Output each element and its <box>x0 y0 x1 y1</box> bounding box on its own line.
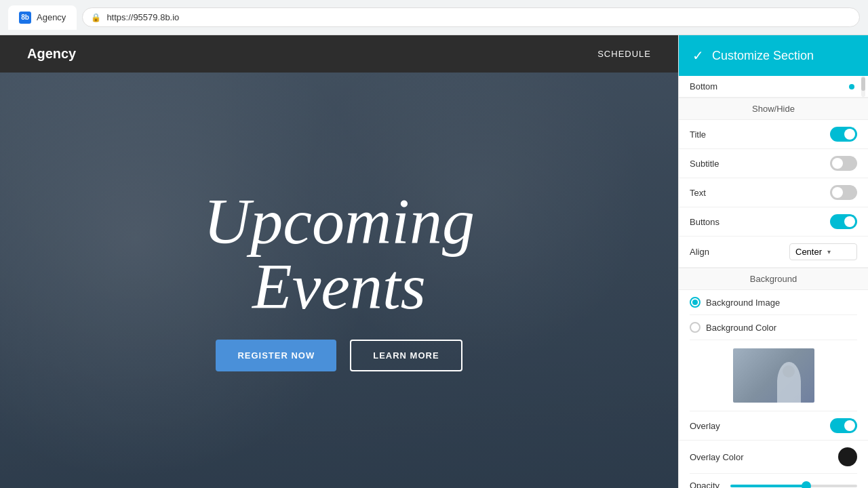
text-toggle[interactable] <box>830 185 857 200</box>
lock-icon: 🔒 <box>91 13 101 22</box>
scrollbar-thumb[interactable] <box>861 77 865 91</box>
text-toggle-row: Text <box>679 178 868 207</box>
background-divider: Background <box>679 268 868 290</box>
opacity-slider[interactable] <box>730 485 857 487</box>
panel-title: Customize Section <box>712 49 814 63</box>
bg-image-label: Background Image <box>706 298 780 308</box>
hero-buttons: REGISTER NOW LEARN MORE <box>203 340 475 371</box>
bg-color-radio[interactable] <box>690 322 701 333</box>
scroll-section: Bottom <box>679 76 868 98</box>
main-content: Agency SCHEDULE Upcoming Events REGISTER… <box>0 35 868 488</box>
scrollbar-track[interactable] <box>861 76 865 97</box>
opacity-label: Opacity <box>690 481 719 488</box>
title-toggle[interactable] <box>830 127 857 142</box>
bottom-label: Bottom <box>690 81 849 92</box>
browser-tab[interactable]: 8b Agency <box>8 5 77 30</box>
align-row: Align Center ▾ <box>679 237 868 268</box>
site-logo: Agency <box>27 46 76 62</box>
register-now-button[interactable]: REGISTER NOW <box>216 340 336 371</box>
bg-image-radio[interactable] <box>690 297 701 308</box>
url-text: https://95579.8b.io <box>106 12 179 22</box>
bg-color-label: Background Color <box>706 323 776 333</box>
hero-content: Upcoming Events REGISTER NOW LEARN MORE <box>176 162 502 399</box>
thumbnail-container[interactable] <box>690 340 857 411</box>
learn-more-button[interactable]: LEARN MORE <box>350 340 462 371</box>
bg-color-radio-row[interactable]: Background Color <box>690 315 857 340</box>
buttons-toggle-row: Buttons <box>679 207 868 237</box>
overlay-color-swatch[interactable] <box>838 447 857 466</box>
hero-title: Upcoming Events <box>203 189 475 319</box>
customize-panel: ✓ Customize Section Bottom Show/Hide Tit… <box>678 35 868 488</box>
subtitle-toggle-label: Subtitle <box>690 159 719 169</box>
overlay-toggle-row: Overlay <box>679 411 868 441</box>
thumbnail-figure <box>777 362 801 403</box>
overlay-color-row: Overlay Color <box>690 441 857 474</box>
align-value: Center <box>795 247 822 257</box>
overlay-toggle[interactable] <box>830 418 857 433</box>
hero-title-line2: Events <box>252 250 426 323</box>
hero-title-line1: Upcoming <box>203 185 475 258</box>
text-toggle-label: Text <box>690 188 706 198</box>
tab-favicon: 8b <box>19 12 31 24</box>
website-preview: Agency SCHEDULE Upcoming Events REGISTER… <box>0 35 678 488</box>
background-section: Background Image Background Color <box>679 290 868 411</box>
buttons-toggle-label: Buttons <box>690 217 719 227</box>
overlay-color-label: Overlay Color <box>690 452 743 462</box>
subtitle-toggle[interactable] <box>830 156 857 171</box>
show-hide-divider: Show/Hide <box>679 98 868 120</box>
title-toggle-row: Title <box>679 120 868 149</box>
site-nav-links: SCHEDULE <box>597 49 651 59</box>
overlay-toggle-label: Overlay <box>690 421 720 431</box>
hero-section: Upcoming Events REGISTER NOW LEARN MORE <box>0 73 678 488</box>
align-label: Align <box>690 247 709 257</box>
site-nav: Agency SCHEDULE <box>0 35 678 73</box>
nav-link-schedule[interactable]: SCHEDULE <box>597 49 651 59</box>
buttons-toggle[interactable] <box>830 214 857 229</box>
subtitle-toggle-row: Subtitle <box>679 149 868 178</box>
address-bar[interactable]: 🔒 https://95579.8b.io <box>82 7 860 27</box>
align-select[interactable]: Center ▾ <box>789 243 857 260</box>
bg-thumbnail[interactable] <box>733 348 814 403</box>
chevron-down-icon: ▾ <box>827 248 831 256</box>
title-toggle-label: Title <box>690 129 706 140</box>
tab-label: Agency <box>37 12 66 22</box>
overlay-section: Overlay Color Opacity <box>679 441 868 488</box>
opacity-row: Opacity <box>690 474 857 488</box>
bg-image-radio-row[interactable]: Background Image <box>690 290 857 315</box>
check-icon: ✓ <box>692 47 704 64</box>
opacity-thumb[interactable] <box>802 481 811 489</box>
browser-chrome: 8b Agency 🔒 https://95579.8b.io <box>0 0 868 35</box>
scroll-indicator <box>849 84 854 89</box>
panel-header: ✓ Customize Section <box>679 35 868 76</box>
